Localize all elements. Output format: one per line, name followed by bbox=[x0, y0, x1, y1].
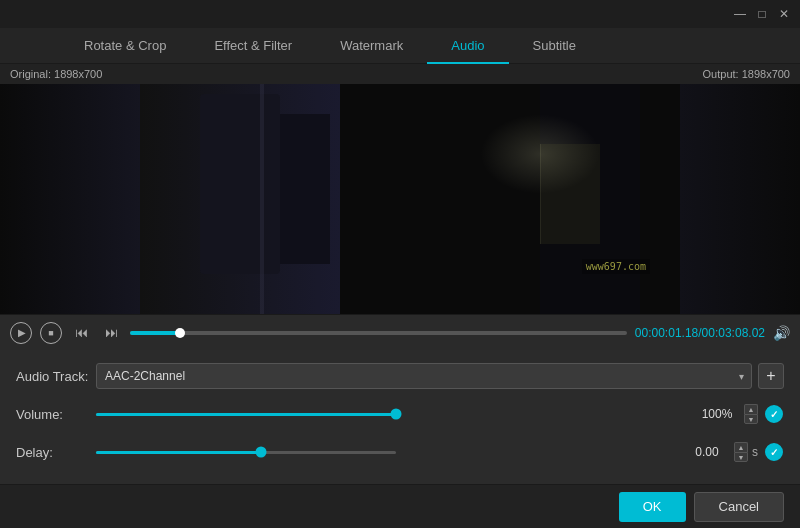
video-info-bar: Original: 1898x700 Output: 1898x700 bbox=[0, 64, 800, 84]
output-resolution: Output: 1898x700 bbox=[703, 68, 790, 80]
video-right-letterbox bbox=[680, 84, 800, 314]
volume-value-display: 100% bbox=[692, 407, 742, 421]
delay-spin-up[interactable]: ▲ bbox=[734, 442, 748, 452]
add-icon: + bbox=[766, 367, 775, 385]
audio-settings-panel: Audio Track: AAC-2Channel ▾ + Volume: 10… bbox=[0, 350, 800, 488]
scene-light-effect bbox=[480, 114, 600, 194]
audio-track-select-wrapper: AAC-2Channel ▾ bbox=[96, 363, 752, 389]
spin-down-icon: ▼ bbox=[748, 416, 755, 423]
video-left-letterbox bbox=[0, 84, 140, 314]
delay-slider-container bbox=[96, 451, 674, 454]
tab-rotate-crop[interactable]: Rotate & Crop bbox=[60, 28, 190, 64]
spin-up-icon: ▲ bbox=[748, 406, 755, 413]
title-bar: — □ ✕ bbox=[0, 0, 800, 28]
delay-unit-label: s bbox=[752, 445, 758, 459]
stop-button[interactable]: ■ bbox=[40, 322, 62, 344]
volume-check-button[interactable]: ✓ bbox=[764, 404, 784, 424]
volume-button[interactable]: 🔊 bbox=[773, 325, 790, 341]
footer: OK Cancel bbox=[0, 484, 800, 528]
delay-value-display: 0.00 bbox=[682, 445, 732, 459]
tab-bar: Rotate & Crop Effect & Filter Watermark … bbox=[0, 28, 800, 64]
delay-check-circle: ✓ bbox=[765, 443, 783, 461]
maximize-button[interactable]: □ bbox=[754, 6, 770, 22]
delay-spinner: ▲ ▼ bbox=[734, 442, 748, 462]
ok-button[interactable]: OK bbox=[619, 492, 686, 522]
volume-slider-fill bbox=[96, 413, 396, 416]
progress-thumb[interactable] bbox=[175, 328, 185, 338]
tab-effect-filter[interactable]: Effect & Filter bbox=[190, 28, 316, 64]
delay-label: Delay: bbox=[16, 445, 96, 460]
progress-bar[interactable] bbox=[130, 331, 627, 335]
prev-icon: ⏮ bbox=[75, 325, 88, 340]
stop-icon: ■ bbox=[48, 328, 53, 338]
volume-spin-up[interactable]: ▲ bbox=[744, 404, 758, 414]
prev-button[interactable]: ⏮ bbox=[70, 322, 92, 344]
volume-spinner: ▲ ▼ bbox=[744, 404, 758, 424]
cancel-button[interactable]: Cancel bbox=[694, 492, 784, 522]
volume-slider-thumb[interactable] bbox=[391, 409, 402, 420]
volume-slider-container bbox=[96, 413, 684, 416]
audio-track-select[interactable]: AAC-2Channel bbox=[96, 363, 752, 389]
tab-subtitle[interactable]: Subtitle bbox=[509, 28, 600, 64]
delay-slider-thumb[interactable] bbox=[256, 447, 267, 458]
volume-row: Volume: 100% ▲ ▼ ✓ bbox=[16, 400, 784, 428]
original-resolution: Original: 1898x700 bbox=[10, 68, 102, 80]
delay-check-mark: ✓ bbox=[770, 447, 778, 458]
time-display: 00:00:01.18/00:03:08.02 bbox=[635, 326, 765, 340]
progress-fill bbox=[130, 331, 180, 335]
volume-label: Volume: bbox=[16, 407, 96, 422]
tab-audio[interactable]: Audio bbox=[427, 28, 508, 64]
delay-slider-fill bbox=[96, 451, 261, 454]
audio-track-label: Audio Track: bbox=[16, 369, 96, 384]
play-icon: ▶ bbox=[18, 327, 26, 338]
play-button[interactable]: ▶ bbox=[10, 322, 32, 344]
delay-spin-up-icon: ▲ bbox=[738, 444, 745, 451]
close-button[interactable]: ✕ bbox=[776, 6, 792, 22]
volume-slider-track[interactable] bbox=[96, 413, 396, 416]
minimize-button[interactable]: — bbox=[732, 6, 748, 22]
tab-watermark[interactable]: Watermark bbox=[316, 28, 427, 64]
next-button[interactable]: ⏭ bbox=[100, 322, 122, 344]
volume-spin-down[interactable]: ▼ bbox=[744, 414, 758, 424]
watermark-text: www697.com bbox=[582, 259, 650, 274]
delay-check-button[interactable]: ✓ bbox=[764, 442, 784, 462]
delay-slider-track[interactable] bbox=[96, 451, 396, 454]
media-controls: ▶ ■ ⏮ ⏭ 00:00:01.18/00:03:08.02 🔊 bbox=[0, 314, 800, 350]
delay-spin-down[interactable]: ▼ bbox=[734, 452, 748, 462]
volume-check-mark: ✓ bbox=[770, 409, 778, 420]
next-icon: ⏭ bbox=[105, 325, 118, 340]
audio-track-row: Audio Track: AAC-2Channel ▾ + bbox=[16, 362, 784, 390]
volume-icon: 🔊 bbox=[773, 325, 790, 341]
add-track-button[interactable]: + bbox=[758, 363, 784, 389]
delay-row: Delay: 0.00 ▲ ▼ s ✓ bbox=[16, 438, 784, 466]
volume-check-circle: ✓ bbox=[765, 405, 783, 423]
delay-spin-down-icon: ▼ bbox=[738, 454, 745, 461]
video-preview: www697.com bbox=[0, 84, 800, 314]
